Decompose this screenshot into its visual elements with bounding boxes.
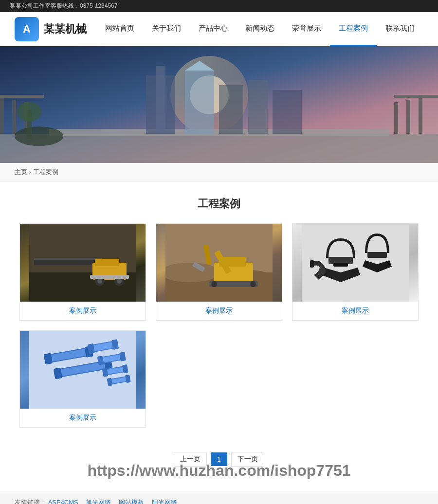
svg-rect-5 xyxy=(0,95,4,134)
case-img-2 xyxy=(156,224,282,302)
nav-products[interactable]: 产品中心 xyxy=(190,12,237,46)
prev-page-btn[interactable]: 上一页 xyxy=(174,452,207,467)
svg-rect-9 xyxy=(419,95,422,134)
svg-rect-17 xyxy=(219,85,243,134)
case-label-4: 案例展示 xyxy=(20,409,146,427)
svg-point-22 xyxy=(17,102,41,122)
case-label-3: 案例展示 xyxy=(292,302,418,320)
nav-home[interactable]: 网站首页 xyxy=(96,12,143,46)
case-label-2: 案例展示 xyxy=(156,302,282,320)
section-title: 工程案例 xyxy=(19,197,419,211)
svg-rect-14 xyxy=(156,66,165,134)
nav-news[interactable]: 新闻动态 xyxy=(237,12,283,46)
nav-contact[interactable]: 联系我们 xyxy=(377,12,423,46)
logo-text: 某某机械 xyxy=(44,22,87,36)
svg-rect-28 xyxy=(95,259,119,266)
svg-rect-19 xyxy=(273,90,302,134)
svg-rect-26 xyxy=(34,258,102,260)
nav-cases[interactable]: 工程案例 xyxy=(330,12,377,46)
svg-rect-8 xyxy=(0,95,44,98)
case-label-1: 案例展示 xyxy=(20,302,146,320)
pagination: 上一页 1 下一页 xyxy=(19,442,419,476)
case-card-2[interactable]: 案例展示 xyxy=(156,223,282,321)
svg-rect-6 xyxy=(12,100,16,134)
cases-grid: 案例展示 xyxy=(19,223,419,428)
case-img-4 xyxy=(20,331,146,409)
svg-rect-18 xyxy=(248,80,268,134)
banner-svg xyxy=(0,46,438,163)
svg-marker-15 xyxy=(185,61,214,134)
case-img-1 xyxy=(20,224,146,302)
svg-rect-10 xyxy=(406,100,410,134)
main-nav: 网站首页 关于我们 产品中心 新闻动态 荣誉展示 工程案例 联系我们 xyxy=(96,12,423,46)
banner xyxy=(0,46,438,163)
nav-about[interactable]: 关于我们 xyxy=(143,12,190,46)
case-card-1[interactable]: 案例展示 xyxy=(19,223,146,321)
svg-point-20 xyxy=(15,126,63,146)
top-bar-text: 某某公司工作室客服热线：0375-1234567 xyxy=(10,2,117,10)
svg-rect-33 xyxy=(90,275,129,279)
logo-icon: A xyxy=(15,17,39,41)
svg-point-32 xyxy=(117,279,122,284)
svg-rect-48 xyxy=(333,263,348,267)
case-card-4[interactable]: 案例展示 xyxy=(19,330,146,428)
logo-area: A 某某机械 xyxy=(15,17,87,41)
page-1-btn[interactable]: 1 xyxy=(211,452,227,466)
svg-rect-50 xyxy=(310,260,314,268)
footer-link-3[interactable]: 网站模板 xyxy=(119,499,144,504)
breadcrumb-home[interactable]: 主页 xyxy=(15,168,27,176)
breadcrumb-current: 工程案例 xyxy=(33,168,58,176)
svg-point-30 xyxy=(97,279,102,284)
nav-honors[interactable]: 荣誉展示 xyxy=(283,12,330,46)
breadcrumb: 主页 › 工程案例 xyxy=(0,163,438,182)
next-page-btn[interactable]: 下一页 xyxy=(231,452,264,467)
footer-links-label: 友情链接： xyxy=(15,499,46,504)
svg-rect-3 xyxy=(0,134,438,163)
svg-rect-49 xyxy=(367,252,387,258)
case-img-3 xyxy=(292,224,418,302)
case-card-3[interactable]: 案例展示 xyxy=(292,223,419,321)
main-content: 工程案例 xyxy=(0,182,438,491)
svg-point-44 xyxy=(211,281,217,287)
svg-point-45 xyxy=(250,281,256,287)
header: A 某某机械 网站首页 关于我们 产品中心 新闻动态 荣誉展示 工程案例 联系我… xyxy=(0,12,438,46)
breadcrumb-separator: › xyxy=(29,168,31,176)
svg-rect-12 xyxy=(394,95,438,98)
footer-link-1[interactable]: ASP4CMS xyxy=(48,499,78,504)
svg-rect-11 xyxy=(394,102,398,134)
footer-link-4[interactable]: 阳光网络 xyxy=(152,499,177,504)
footer-link-2[interactable]: 旭光网络 xyxy=(86,499,111,504)
footer-links: 友情链接： ASP4CMS 旭光网络 网站模板 阳光网络 xyxy=(0,491,438,504)
top-bar: 某某公司工作室客服热线：0375-1234567 xyxy=(0,0,438,12)
